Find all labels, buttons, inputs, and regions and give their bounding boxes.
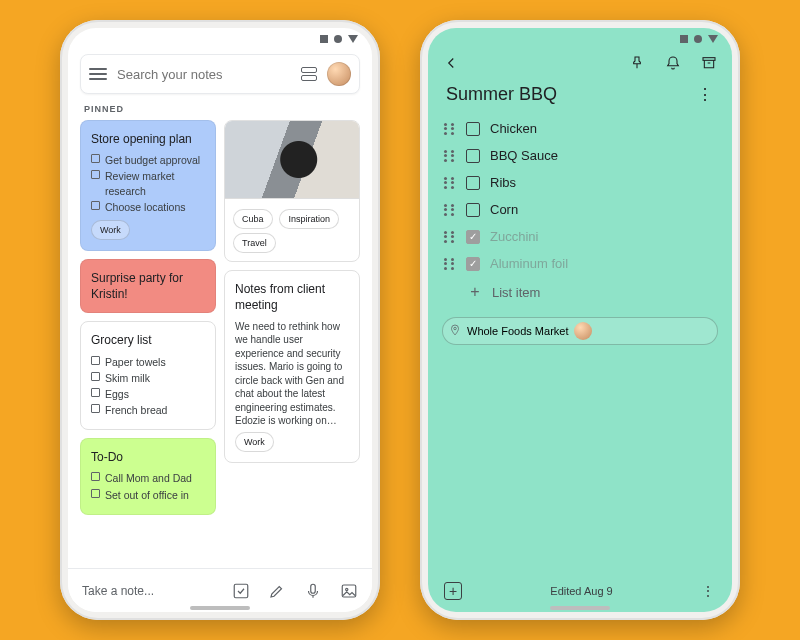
note-detail-screen: Summer BBQ ⋮ Chicken BBQ Sauce Ribs [428,28,732,612]
location-pin-icon [449,324,461,338]
plus-icon: + [468,283,482,301]
note-title: Notes from client meeting [235,281,349,313]
layout-toggle-icon[interactable] [301,67,317,81]
status-signal-icon [680,35,688,43]
more-icon[interactable]: ⋮ [697,85,714,104]
phone-left: PINNED Store opening plan Get budget app… [60,20,380,620]
note-surprise-party[interactable]: Surprise party for Kristin! [80,259,216,313]
status-bar [68,28,372,50]
note-chip[interactable]: Work [235,432,274,452]
checkbox[interactable] [466,203,480,217]
svg-rect-1 [311,584,316,593]
list-item[interactable]: Chicken [442,115,718,142]
svg-point-3 [346,588,348,590]
note-chip[interactable]: Travel [233,233,276,253]
list-item[interactable]: Corn [442,196,718,223]
checkbox[interactable] [466,122,480,136]
list-item[interactable]: Aluminum foil [442,250,718,277]
checkbox[interactable] [466,230,480,244]
svg-point-5 [454,327,457,330]
note-title: Grocery list [91,332,205,348]
new-audio-icon[interactable] [304,582,322,600]
drag-handle-icon[interactable] [444,177,456,189]
list-item[interactable]: BBQ Sauce [442,142,718,169]
new-drawing-icon[interactable] [268,582,286,600]
note-toolbar [428,50,732,78]
new-list-icon[interactable] [232,582,250,600]
note-title: To-Do [91,449,205,465]
checkbox[interactable] [466,149,480,163]
notes-list-screen: PINNED Store opening plan Get budget app… [68,28,372,612]
note-client-meeting[interactable]: Notes from client meeting We need to ret… [224,270,360,463]
note-chip[interactable]: Inspiration [279,209,339,229]
note-title: Store opening plan [91,131,205,147]
edited-timestamp: Edited Aug 9 [550,585,612,597]
back-icon[interactable] [442,54,460,72]
status-dot-icon [694,35,702,43]
home-indicator [550,606,610,610]
drag-handle-icon[interactable] [444,150,456,162]
note-grocery-list[interactable]: Grocery list Paper towels Skim milk Eggs… [80,321,216,430]
note-thumbnail [225,121,359,199]
notes-grid: Store opening plan Get budget approval R… [68,120,372,568]
status-bar [428,28,732,50]
add-list-item[interactable]: + List item [442,277,718,307]
status-dropdown-icon [348,35,358,43]
location-label: Whole Foods Market [467,325,568,337]
location-chip[interactable]: Whole Foods Market [442,317,718,345]
status-dot-icon [334,35,342,43]
phone-right: Summer BBQ ⋮ Chicken BBQ Sauce Ribs [420,20,740,620]
status-signal-icon [320,35,328,43]
svg-rect-2 [342,585,356,597]
checklist: Chicken BBQ Sauce Ribs Corn Zucchini [428,115,732,307]
archive-icon[interactable] [700,54,718,72]
note-chip[interactable]: Work [91,220,130,240]
search-input[interactable] [117,67,291,82]
note-todo[interactable]: To-Do Call Mom and Dad Set out of office… [80,438,216,515]
drag-handle-icon[interactable] [444,123,456,135]
menu-icon[interactable] [89,68,107,80]
note-store-opening[interactable]: Store opening plan Get budget approval R… [80,120,216,251]
note-title[interactable]: Summer BBQ [446,84,557,105]
reminder-icon[interactable] [664,54,682,72]
take-note-input[interactable]: Take a note... [82,584,214,598]
svg-rect-0 [234,584,248,598]
list-item[interactable]: Zucchini [442,223,718,250]
drag-handle-icon[interactable] [444,204,456,216]
pin-icon[interactable] [628,54,646,72]
home-indicator [190,606,250,610]
account-avatar[interactable] [327,62,351,86]
note-title-row: Summer BBQ ⋮ [428,78,732,115]
list-item[interactable]: Ribs [442,169,718,196]
note-image[interactable]: Cuba Inspiration Travel [224,120,360,262]
svg-rect-4 [703,58,715,61]
new-image-icon[interactable] [340,582,358,600]
more-icon[interactable]: ⋮ [701,583,716,599]
note-body: We need to rethink how we handle user ex… [235,320,349,428]
add-button[interactable]: + [444,582,462,600]
note-chip[interactable]: Cuba [233,209,273,229]
drag-handle-icon[interactable] [444,231,456,243]
collaborator-avatar[interactable] [574,322,592,340]
drag-handle-icon[interactable] [444,258,456,270]
checkbox[interactable] [466,257,480,271]
search-bar[interactable] [80,54,360,94]
pinned-section-label: PINNED [68,102,372,120]
status-dropdown-icon [708,35,718,43]
checkbox[interactable] [466,176,480,190]
